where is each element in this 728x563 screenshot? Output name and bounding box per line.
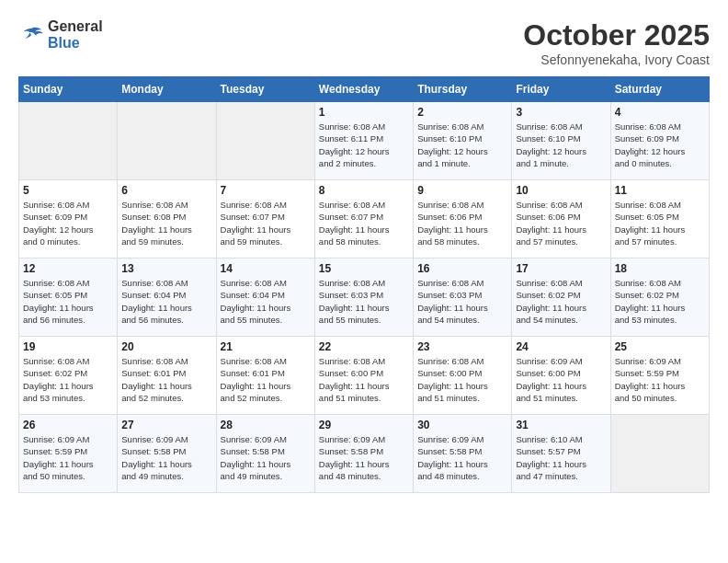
day-number: 8 bbox=[319, 184, 409, 197]
week-row-3: 12Sunrise: 6:08 AM Sunset: 6:05 PM Dayli… bbox=[19, 259, 710, 337]
day-cell-17: 17Sunrise: 6:08 AM Sunset: 6:02 PM Dayli… bbox=[512, 259, 610, 337]
day-number: 30 bbox=[417, 419, 507, 431]
logo-text: General Blue bbox=[48, 18, 103, 51]
day-info: Sunrise: 6:08 AM Sunset: 6:01 PM Dayligh… bbox=[221, 355, 311, 404]
day-info: Sunrise: 6:08 AM Sunset: 6:10 PM Dayligh… bbox=[417, 121, 507, 169]
day-cell-31: 31Sunrise: 6:10 AM Sunset: 5:57 PM Dayli… bbox=[512, 415, 610, 493]
day-cell-22: 22Sunrise: 6:08 AM Sunset: 6:00 PM Dayli… bbox=[314, 337, 413, 415]
day-cell-11: 11Sunrise: 6:08 AM Sunset: 6:05 PM Dayli… bbox=[610, 180, 709, 259]
week-row-4: 19Sunrise: 6:08 AM Sunset: 6:02 PM Dayli… bbox=[19, 337, 710, 415]
day-number: 21 bbox=[221, 340, 311, 353]
day-cell-5: 5Sunrise: 6:08 AM Sunset: 6:09 PM Daylig… bbox=[19, 180, 118, 259]
calendar-table: SundayMondayTuesdayWednesdayThursdayFrid… bbox=[18, 76, 710, 493]
day-cell-8: 8Sunrise: 6:08 AM Sunset: 6:07 PM Daylig… bbox=[314, 180, 413, 259]
day-cell-4: 4Sunrise: 6:08 AM Sunset: 6:09 PM Daylig… bbox=[610, 102, 709, 180]
day-info: Sunrise: 6:09 AM Sunset: 5:58 PM Dayligh… bbox=[221, 433, 311, 482]
day-cell-9: 9Sunrise: 6:08 AM Sunset: 6:06 PM Daylig… bbox=[414, 180, 512, 259]
day-info: Sunrise: 6:08 AM Sunset: 6:04 PM Dayligh… bbox=[221, 277, 311, 326]
day-cell-14: 14Sunrise: 6:08 AM Sunset: 6:04 PM Dayli… bbox=[216, 259, 314, 337]
day-cell-25: 25Sunrise: 6:09 AM Sunset: 5:59 PM Dayli… bbox=[610, 337, 709, 415]
day-info: Sunrise: 6:08 AM Sunset: 6:08 PM Dayligh… bbox=[121, 199, 211, 247]
day-number: 29 bbox=[319, 419, 409, 431]
day-info: Sunrise: 6:08 AM Sunset: 6:09 PM Dayligh… bbox=[23, 199, 113, 247]
day-number: 26 bbox=[23, 419, 113, 431]
day-cell-19: 19Sunrise: 6:08 AM Sunset: 6:02 PM Dayli… bbox=[19, 337, 118, 415]
weekday-header-sunday: Sunday bbox=[19, 77, 118, 102]
day-info: Sunrise: 6:08 AM Sunset: 6:07 PM Dayligh… bbox=[221, 199, 311, 247]
day-number: 25 bbox=[615, 340, 705, 353]
logo: General Blue bbox=[18, 18, 103, 51]
day-cell-20: 20Sunrise: 6:08 AM Sunset: 6:01 PM Dayli… bbox=[118, 337, 216, 415]
day-info: Sunrise: 6:09 AM Sunset: 5:58 PM Dayligh… bbox=[319, 433, 409, 482]
day-info: Sunrise: 6:09 AM Sunset: 5:58 PM Dayligh… bbox=[121, 433, 211, 482]
day-cell-1: 1Sunrise: 6:08 AM Sunset: 6:11 PM Daylig… bbox=[314, 102, 413, 180]
logo-general: General bbox=[48, 18, 103, 35]
week-row-5: 26Sunrise: 6:09 AM Sunset: 5:59 PM Dayli… bbox=[19, 415, 710, 493]
weekday-header-monday: Monday bbox=[118, 77, 216, 102]
day-number: 22 bbox=[319, 340, 409, 353]
day-number: 23 bbox=[417, 340, 507, 353]
day-number: 15 bbox=[319, 262, 409, 275]
day-cell-18: 18Sunrise: 6:08 AM Sunset: 6:02 PM Dayli… bbox=[610, 259, 709, 337]
month-title: October 2025 bbox=[523, 18, 710, 52]
day-number: 9 bbox=[417, 184, 507, 197]
day-cell-15: 15Sunrise: 6:08 AM Sunset: 6:03 PM Dayli… bbox=[314, 259, 413, 337]
day-number: 1 bbox=[319, 106, 409, 119]
day-info: Sunrise: 6:08 AM Sunset: 6:05 PM Dayligh… bbox=[615, 199, 705, 247]
day-number: 12 bbox=[23, 262, 113, 275]
day-cell-27: 27Sunrise: 6:09 AM Sunset: 5:58 PM Dayli… bbox=[118, 415, 216, 493]
day-cell-30: 30Sunrise: 6:09 AM Sunset: 5:58 PM Dayli… bbox=[414, 415, 512, 493]
day-number: 31 bbox=[516, 419, 606, 431]
location-subtitle: Sefonnyenekaha, Ivory Coast bbox=[523, 52, 710, 67]
empty-cell bbox=[216, 102, 314, 180]
weekday-header-row: SundayMondayTuesdayWednesdayThursdayFrid… bbox=[19, 77, 710, 102]
week-row-1: 1Sunrise: 6:08 AM Sunset: 6:11 PM Daylig… bbox=[19, 102, 710, 180]
weekday-header-friday: Friday bbox=[512, 77, 610, 102]
day-info: Sunrise: 6:08 AM Sunset: 6:01 PM Dayligh… bbox=[121, 355, 211, 404]
day-number: 16 bbox=[417, 262, 507, 275]
day-info: Sunrise: 6:08 AM Sunset: 6:10 PM Dayligh… bbox=[516, 121, 606, 169]
day-cell-26: 26Sunrise: 6:09 AM Sunset: 5:59 PM Dayli… bbox=[19, 415, 118, 493]
day-number: 28 bbox=[221, 419, 311, 431]
day-number: 24 bbox=[516, 340, 606, 353]
weekday-header-saturday: Saturday bbox=[610, 77, 709, 102]
day-number: 17 bbox=[516, 262, 606, 275]
day-cell-12: 12Sunrise: 6:08 AM Sunset: 6:05 PM Dayli… bbox=[19, 259, 118, 337]
weekday-header-thursday: Thursday bbox=[414, 77, 512, 102]
day-cell-23: 23Sunrise: 6:08 AM Sunset: 6:00 PM Dayli… bbox=[414, 337, 512, 415]
day-number: 13 bbox=[121, 262, 211, 275]
empty-cell bbox=[610, 415, 709, 493]
day-number: 18 bbox=[615, 262, 705, 275]
day-cell-10: 10Sunrise: 6:08 AM Sunset: 6:06 PM Dayli… bbox=[512, 180, 610, 259]
day-info: Sunrise: 6:08 AM Sunset: 6:02 PM Dayligh… bbox=[615, 277, 705, 326]
day-info: Sunrise: 6:08 AM Sunset: 6:00 PM Dayligh… bbox=[319, 355, 409, 404]
day-info: Sunrise: 6:08 AM Sunset: 6:03 PM Dayligh… bbox=[417, 277, 507, 326]
day-number: 5 bbox=[23, 184, 113, 197]
day-info: Sunrise: 6:09 AM Sunset: 5:59 PM Dayligh… bbox=[615, 355, 705, 404]
day-info: Sunrise: 6:09 AM Sunset: 5:59 PM Dayligh… bbox=[23, 433, 113, 482]
day-cell-2: 2Sunrise: 6:08 AM Sunset: 6:10 PM Daylig… bbox=[414, 102, 512, 180]
day-info: Sunrise: 6:08 AM Sunset: 6:09 PM Dayligh… bbox=[615, 121, 705, 169]
day-cell-21: 21Sunrise: 6:08 AM Sunset: 6:01 PM Dayli… bbox=[216, 337, 314, 415]
day-number: 19 bbox=[23, 340, 113, 353]
day-info: Sunrise: 6:08 AM Sunset: 6:04 PM Dayligh… bbox=[121, 277, 211, 326]
day-number: 4 bbox=[615, 106, 705, 119]
day-info: Sunrise: 6:08 AM Sunset: 6:06 PM Dayligh… bbox=[417, 199, 507, 247]
day-cell-13: 13Sunrise: 6:08 AM Sunset: 6:04 PM Dayli… bbox=[118, 259, 216, 337]
weekday-header-wednesday: Wednesday bbox=[314, 77, 413, 102]
day-info: Sunrise: 6:08 AM Sunset: 6:07 PM Dayligh… bbox=[319, 199, 409, 247]
day-info: Sunrise: 6:09 AM Sunset: 5:58 PM Dayligh… bbox=[417, 433, 507, 482]
day-cell-24: 24Sunrise: 6:09 AM Sunset: 6:00 PM Dayli… bbox=[512, 337, 610, 415]
page-header: General Blue October 2025 Sefonnyenekaha… bbox=[18, 18, 710, 67]
day-info: Sunrise: 6:08 AM Sunset: 6:02 PM Dayligh… bbox=[516, 277, 606, 326]
day-info: Sunrise: 6:08 AM Sunset: 6:11 PM Dayligh… bbox=[319, 121, 409, 169]
week-row-2: 5Sunrise: 6:08 AM Sunset: 6:09 PM Daylig… bbox=[19, 180, 710, 259]
weekday-header-tuesday: Tuesday bbox=[216, 77, 314, 102]
day-cell-7: 7Sunrise: 6:08 AM Sunset: 6:07 PM Daylig… bbox=[216, 180, 314, 259]
day-info: Sunrise: 6:08 AM Sunset: 6:06 PM Dayligh… bbox=[516, 199, 606, 247]
empty-cell bbox=[118, 102, 216, 180]
day-info: Sunrise: 6:08 AM Sunset: 6:02 PM Dayligh… bbox=[23, 355, 113, 404]
day-number: 7 bbox=[221, 184, 311, 197]
day-cell-29: 29Sunrise: 6:09 AM Sunset: 5:58 PM Dayli… bbox=[314, 415, 413, 493]
logo-blue: Blue bbox=[48, 35, 103, 52]
